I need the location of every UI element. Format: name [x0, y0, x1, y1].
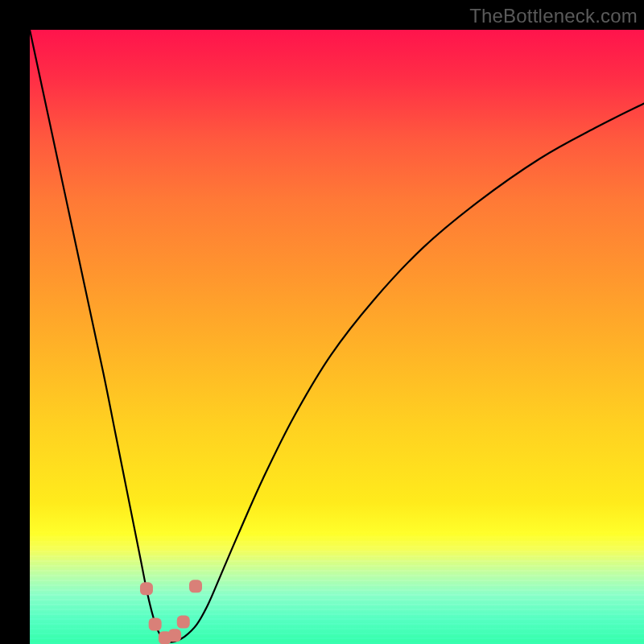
- gradient-bands: [30, 531, 644, 644]
- curve-marker: [159, 631, 171, 644]
- curve-marker: [168, 629, 181, 642]
- curve-layer: [30, 30, 644, 644]
- curve-marker: [189, 580, 202, 592]
- curve-marker: [177, 616, 190, 629]
- curve-marker: [149, 618, 162, 631]
- chart-frame: TheBottleneck.com: [0, 0, 644, 644]
- curve-marker: [140, 582, 153, 595]
- watermark-text: TheBottleneck.com: [469, 5, 638, 27]
- chart-plot-area: [30, 30, 644, 644]
- marker-group: [140, 580, 202, 644]
- bottleneck-curve: [30, 30, 644, 642]
